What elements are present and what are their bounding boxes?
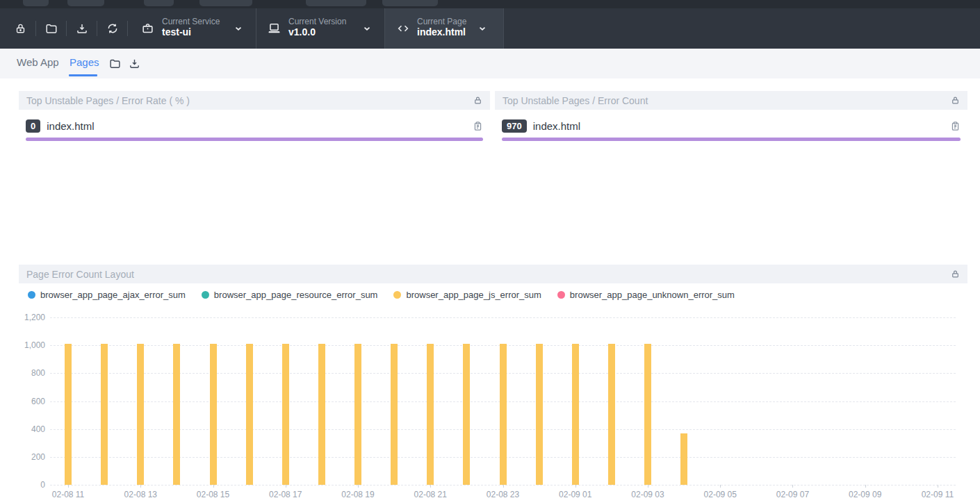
bar[interactable] — [173, 344, 180, 485]
panel-title: Top Unstable Pages / Error Count — [503, 95, 648, 106]
current-service-text: Current Service test-ui — [162, 17, 220, 38]
cutoff-button[interactable] — [67, 0, 104, 6]
folder-icon[interactable] — [45, 22, 58, 35]
cutoff-button[interactable] — [199, 0, 252, 6]
current-page-text: Current Page index.html — [417, 17, 466, 38]
unstable-page-row[interactable]: 970 index.html — [495, 119, 967, 133]
x-axis-label: 02-08 17 — [258, 490, 313, 498]
unstable-page-row[interactable]: 0 index.html — [19, 119, 490, 133]
cutoff-button[interactable] — [382, 0, 438, 6]
y-axis-label: 1,200 — [19, 313, 45, 322]
tab-pages[interactable]: Pages — [70, 49, 99, 76]
bar[interactable] — [210, 344, 217, 485]
bar[interactable] — [391, 344, 398, 485]
x-axis-label: 02-08 21 — [402, 490, 458, 498]
legend-dot — [393, 291, 401, 299]
page-name: index.html — [533, 120, 580, 132]
panel-error-rate-header: Top Unstable Pages / Error Rate ( % ) — [19, 91, 490, 110]
x-axis-label: 02-09 07 — [765, 490, 820, 498]
bar[interactable] — [463, 344, 470, 485]
x-axis-tick — [140, 485, 141, 488]
download-icon[interactable] — [129, 58, 140, 69]
cutoff-button[interactable] — [144, 0, 174, 6]
lock-icon[interactable] — [951, 96, 960, 105]
bar[interactable] — [354, 344, 361, 485]
lock-icon[interactable] — [473, 96, 482, 105]
lock-icon[interactable] — [951, 269, 960, 279]
rank-bar — [26, 138, 483, 141]
x-axis-tick — [938, 485, 938, 488]
legend-item[interactable]: browser_app_page_ajax_error_sum — [28, 290, 186, 300]
bar[interactable] — [137, 344, 144, 485]
bar[interactable] — [644, 344, 651, 485]
version-device-icon — [268, 22, 281, 35]
current-page-dropdown[interactable]: Current Page index.html — [385, 8, 503, 49]
legend-label: browser_app_page_js_error_sum — [406, 290, 541, 300]
x-axis-tick — [503, 485, 504, 488]
bar[interactable] — [282, 344, 289, 485]
bar[interactable] — [427, 344, 434, 485]
bar[interactable] — [318, 344, 325, 485]
cutoff-button[interactable] — [23, 0, 49, 6]
x-axis-tick — [358, 485, 359, 488]
top-strip — [0, 0, 980, 8]
x-axis-tick — [648, 485, 648, 488]
current-version-text: Current Version v1.0.0 — [288, 17, 346, 38]
x-axis-label: 02-08 15 — [186, 490, 241, 498]
bar[interactable] — [500, 344, 507, 485]
value-badge: 0 — [26, 119, 40, 133]
bar[interactable] — [608, 344, 615, 485]
clipboard-icon[interactable] — [473, 120, 483, 132]
chart-panel-header: Page Error Count Layout — [19, 265, 967, 283]
legend-item[interactable]: browser_app_page_resource_error_sum — [202, 290, 378, 300]
x-axis-label: 02-09 11 — [910, 490, 965, 498]
current-service-value: test-ui — [162, 26, 220, 38]
lock-icon[interactable] — [15, 23, 26, 35]
x-axis-tick — [720, 485, 721, 488]
panel-page-error-chart: Page Error Count Layout browser_app_page… — [19, 265, 967, 498]
tab-bar: Web App Pages — [0, 49, 980, 78]
current-page-label: Current Page — [417, 17, 466, 26]
bar[interactable] — [246, 344, 253, 485]
cutoff-button[interactable] — [306, 0, 366, 6]
bar[interactable] — [572, 344, 579, 485]
panel-title: Top Unstable Pages / Error Rate ( % ) — [26, 95, 190, 106]
legend-label: browser_app_page_ajax_error_sum — [40, 290, 186, 300]
legend-item[interactable]: browser_app_page_js_error_sum — [393, 290, 541, 300]
panel-error-count: Top Unstable Pages / Error Count 970 ind… — [495, 91, 967, 141]
y-axis-label: 1,000 — [19, 340, 45, 350]
y-gridline — [50, 317, 956, 318]
x-axis-label: 02-08 23 — [475, 490, 531, 498]
download-icon[interactable] — [76, 22, 88, 35]
folder-icon[interactable] — [109, 58, 121, 69]
bar[interactable] — [680, 433, 687, 485]
y-axis-label: 0 — [19, 480, 45, 490]
error-count-bar-chart: 02004006008001,0001,20002-08 1102-08 130… — [19, 308, 967, 498]
main-toolbar: Current Service test-ui Current Version … — [0, 8, 980, 49]
legend-dot — [202, 291, 209, 299]
y-axis-label: 600 — [19, 397, 45, 406]
page-name: index.html — [47, 120, 94, 132]
bar[interactable] — [65, 344, 72, 485]
x-axis-label: 02-08 19 — [330, 490, 386, 498]
tab-web-app[interactable]: Web App — [17, 49, 59, 76]
chevron-down-icon — [477, 24, 487, 33]
bar[interactable] — [101, 344, 108, 485]
x-axis-tick — [68, 485, 69, 488]
bar[interactable] — [536, 344, 543, 485]
active-tab-underline — [69, 74, 97, 76]
x-axis-tick — [792, 485, 793, 488]
rank-bar — [502, 138, 961, 141]
refresh-icon[interactable] — [106, 22, 119, 35]
current-version-value: v1.0.0 — [288, 26, 346, 38]
value-badge: 970 — [502, 119, 527, 133]
x-axis-tick — [575, 485, 576, 488]
x-axis-label: 02-09 01 — [548, 490, 603, 498]
x-axis-label: 02-09 03 — [620, 490, 676, 498]
panel-error-rate: Top Unstable Pages / Error Rate ( % ) 0 … — [19, 91, 490, 141]
clipboard-icon[interactable] — [950, 120, 961, 132]
legend-item[interactable]: browser_app_page_unknown_error_sum — [557, 290, 735, 300]
current-service-label: Current Service — [162, 17, 220, 26]
x-axis-label: 02-08 13 — [113, 490, 168, 498]
x-axis-label: 02-08 11 — [40, 490, 96, 498]
